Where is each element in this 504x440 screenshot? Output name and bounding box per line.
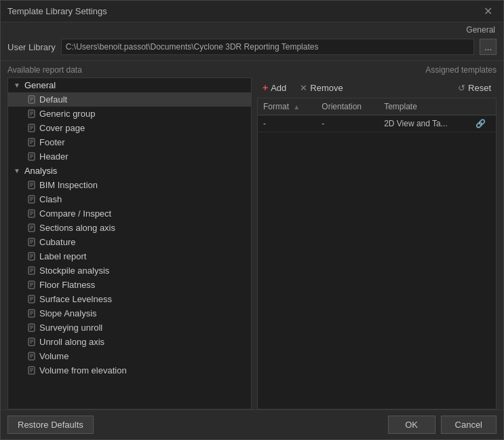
general-label-row: General — [1, 22, 503, 36]
cell-link[interactable]: 🔗 — [470, 115, 496, 132]
tree-item-default[interactable]: Default — [8, 92, 251, 107]
tree-item-stockpile-analysis[interactable]: Stockpile analysis — [8, 263, 251, 278]
tree-item-default-label: Default — [39, 94, 67, 105]
toolbar: + Add ✕ Remove ↺ Reset — [257, 77, 497, 98]
doc-icon-3 — [27, 124, 37, 133]
close-button[interactable]: ✕ — [480, 5, 497, 18]
cancel-button[interactable]: Cancel — [441, 416, 497, 434]
tree-item-header[interactable]: Header — [8, 149, 251, 164]
tree-item-surveying-unroll-label: Surveying unroll — [39, 323, 102, 333]
user-library-browse-button[interactable]: ... — [480, 39, 497, 55]
tree-item-compare-inspect[interactable]: Compare / Inspect — [8, 206, 251, 221]
assigned-templates-header: Assigned templates — [257, 61, 497, 77]
tree-item-label-report-label: Label report — [39, 251, 86, 261]
group-general-label: General — [24, 80, 56, 90]
table-header-row: Format ▲ Orientation Template — [258, 98, 496, 115]
ok-cancel-group: OK Cancel — [388, 416, 497, 434]
tree-item-footer[interactable]: Footer — [8, 135, 251, 149]
doc-icon-13 — [27, 280, 37, 290]
doc-icon-2 — [27, 109, 37, 119]
svg-rect-8 — [28, 124, 35, 132]
tree-item-unroll-along-axis[interactable]: Unroll along axis — [8, 335, 251, 349]
svg-rect-0 — [28, 96, 35, 103]
tree-item-clash[interactable]: Clash — [8, 192, 251, 206]
remove-label: Remove — [310, 83, 343, 93]
sort-icon: ▲ — [293, 103, 300, 111]
svg-rect-56 — [28, 310, 35, 317]
chevron-down-icon: ▼ — [14, 81, 20, 89]
tree-item-sections-along-axis[interactable]: Sections along axis — [8, 221, 251, 235]
doc-icon-11 — [27, 252, 37, 261]
col-template: Template — [379, 98, 470, 115]
tree-item-cubature[interactable]: Cubature — [8, 235, 251, 249]
svg-rect-48 — [28, 281, 35, 289]
col-format[interactable]: Format ▲ — [258, 98, 316, 115]
tree-item-label-report[interactable]: Label report — [8, 249, 251, 263]
svg-rect-44 — [28, 267, 35, 274]
tree-item-cover-page[interactable]: Cover page — [8, 121, 251, 135]
doc-icon-19 — [27, 366, 37, 375]
doc-icon-16 — [27, 323, 37, 333]
tree-container[interactable]: ▼ General Default — [7, 77, 252, 409]
tree-item-floor-flatness-label: Floor Flatness — [39, 280, 95, 290]
tree-item-volume-from-elevation-label: Volume from elevation — [39, 365, 127, 375]
svg-rect-36 — [28, 238, 35, 246]
add-button[interactable]: + Add — [257, 80, 292, 95]
tree-item-volume[interactable]: Volume — [8, 349, 251, 363]
link-icon[interactable]: 🔗 — [476, 119, 486, 128]
title-bar: Template Library Settings ✕ — [1, 1, 503, 22]
chevron-down-icon-2: ▼ — [14, 167, 20, 175]
tree-item-cubature-label: Cubature — [39, 237, 75, 247]
svg-rect-12 — [28, 139, 35, 146]
doc-icon-6 — [27, 181, 37, 190]
doc-icon-5 — [27, 152, 37, 162]
tree-item-slope-analysis[interactable]: Slope Analysis — [8, 306, 251, 320]
dialog-title: Template Library Settings — [7, 6, 107, 16]
tree-item-volume-label: Volume — [39, 351, 69, 361]
doc-icon-8 — [27, 209, 37, 219]
table-row[interactable]: - - 2D View and Ta... 🔗 — [258, 115, 496, 132]
tree-item-slope-analysis-label: Slope Analysis — [39, 308, 97, 318]
tree-item-generic-group[interactable]: Generic group — [8, 107, 251, 121]
tree-item-cover-page-label: Cover page — [39, 123, 85, 133]
tree-item-surveying-unroll[interactable]: Surveying unroll — [8, 320, 251, 335]
reset-button[interactable]: ↺ Reset — [452, 81, 497, 95]
tree-item-surface-levelness[interactable]: Surface Levelness — [8, 292, 251, 306]
doc-icon-15 — [27, 309, 37, 318]
remove-button[interactable]: ✕ Remove — [294, 81, 348, 95]
user-library-input[interactable] — [61, 39, 474, 55]
tree-item-footer-label: Footer — [39, 137, 65, 147]
tree-item-surface-levelness-label: Surface Levelness — [39, 294, 112, 304]
doc-icon-17 — [27, 337, 37, 347]
general-label: General — [466, 25, 495, 35]
col-actions — [470, 98, 496, 115]
tree-item-bim-inspection[interactable]: BIM Inspection — [8, 178, 251, 192]
tree-item-header-label: Header — [39, 151, 69, 162]
tree-item-floor-flatness[interactable]: Floor Flatness — [8, 278, 251, 292]
tree-group-analysis[interactable]: ▼ Analysis — [8, 164, 251, 178]
table-container: Format ▲ Orientation Template — [257, 98, 497, 409]
tree-item-compare-inspect-label: Compare / Inspect — [39, 208, 111, 219]
svg-rect-28 — [28, 210, 35, 217]
restore-defaults-button[interactable]: Restore Defaults — [7, 416, 94, 434]
reset-icon: ↺ — [458, 83, 465, 93]
svg-rect-40 — [28, 253, 35, 260]
doc-icon-12 — [27, 266, 37, 276]
tree-group-general[interactable]: ▼ General — [8, 78, 251, 92]
main-content: Available report data ▼ General — [1, 60, 503, 409]
reset-label: Reset — [468, 83, 491, 93]
doc-icon-7 — [27, 195, 37, 204]
tree-item-sections-along-axis-label: Sections along axis — [39, 223, 115, 233]
svg-rect-20 — [28, 181, 35, 189]
svg-rect-16 — [28, 153, 35, 160]
doc-icon — [27, 95, 37, 105]
tree-item-stockpile-analysis-label: Stockpile analysis — [39, 265, 109, 276]
ok-button[interactable]: OK — [388, 416, 435, 434]
tree-item-volume-from-elevation[interactable]: Volume from elevation — [8, 363, 251, 378]
tree-item-unroll-along-axis-label: Unroll along axis — [39, 337, 104, 347]
svg-rect-24 — [28, 196, 35, 203]
svg-rect-64 — [28, 338, 35, 346]
svg-rect-72 — [28, 367, 35, 374]
svg-rect-68 — [28, 352, 35, 360]
svg-rect-32 — [28, 224, 35, 232]
